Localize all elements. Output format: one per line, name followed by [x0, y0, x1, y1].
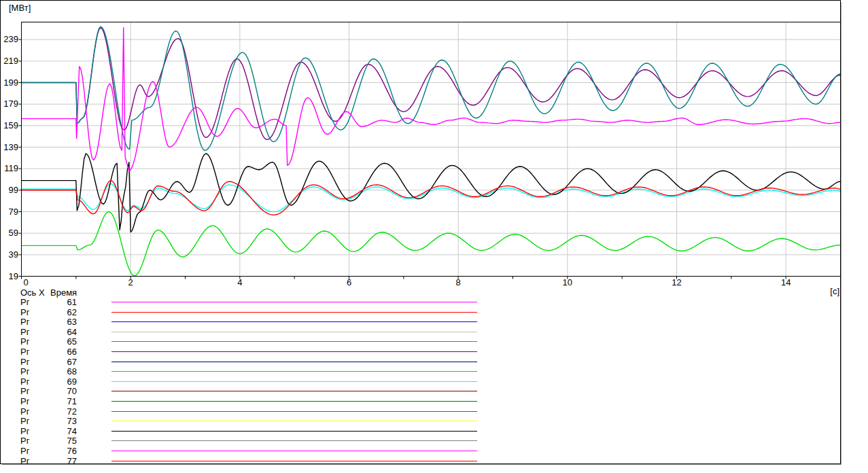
legend-series-name: Рг — [20, 367, 29, 376]
legend-series-number: 70 — [31, 387, 77, 396]
legend-color-line — [111, 451, 477, 451]
legend-color-line — [111, 341, 477, 342]
legend-series-name: Рг — [20, 446, 29, 456]
legend-row[interactable]: Рг65 — [1, 337, 840, 347]
legend-series-number: 65 — [31, 337, 77, 347]
x-tick-label: 8 — [448, 278, 468, 287]
y-tick-label: 99 — [1, 186, 18, 195]
legend-row[interactable]: Рг74 — [1, 427, 840, 437]
legend-color-line — [111, 461, 477, 461]
legend-color-line — [111, 421, 477, 421]
legend-row[interactable]: Рг67 — [1, 357, 840, 368]
y-tick-label: 219 — [1, 56, 18, 66]
x-tick-label: 12 — [667, 278, 687, 287]
legend-series-number: 71 — [31, 397, 77, 406]
legend-row[interactable]: Рг77 — [1, 457, 840, 467]
legend-color-line — [111, 401, 477, 402]
x-tick-label: 14 — [776, 278, 796, 287]
y-tick-label: 159 — [1, 121, 18, 130]
legend-series-number: 64 — [31, 328, 77, 337]
legend-series-number: 67 — [31, 357, 77, 367]
legend-color-line — [111, 440, 477, 441]
y-tick-label: 19 — [1, 272, 18, 281]
legend-series-name: Рг — [20, 387, 29, 396]
y-tick-label: 119 — [1, 164, 18, 173]
legend-series-name: Рг — [20, 397, 29, 406]
x-axis-unit-label: [c] — [812, 286, 839, 296]
legend-series-number: 74 — [31, 427, 77, 436]
plot-window: [МВт] 1939597999119139159179199219239 02… — [0, 0, 841, 464]
legend-color-line — [111, 431, 477, 432]
legend-color-line — [111, 302, 477, 302]
series-curve-Рг-76 — [22, 28, 841, 171]
legend-series-number: 62 — [31, 308, 77, 317]
legend-row[interactable]: Рг70 — [1, 387, 840, 397]
legend-color-line — [111, 351, 477, 352]
y-tick-label: 59 — [1, 228, 18, 238]
legend-series-number: 66 — [31, 347, 77, 357]
series-curve-Рг-77 — [22, 181, 841, 215]
legend-series-name: Рг — [20, 357, 29, 367]
legend-series-name: Рг — [20, 298, 29, 307]
legend-series-number: 73 — [31, 417, 77, 426]
y-tick-label: 179 — [1, 99, 18, 109]
legend-row[interactable]: Рг62 — [1, 308, 840, 318]
y-tick-label: 139 — [1, 143, 18, 152]
legend-series-number: 72 — [31, 407, 77, 417]
legend-row[interactable]: Рг71 — [1, 397, 840, 407]
x-axis-name-label: Ось X — [20, 288, 45, 298]
x-tick-label: 4 — [230, 278, 250, 287]
legend-series-name: Рг — [20, 308, 29, 317]
x-tick-label: 6 — [339, 278, 360, 287]
series-curve-Рг-68 — [22, 212, 841, 276]
x-tick-label: 0 — [24, 278, 44, 287]
legend-series-number: 69 — [31, 377, 77, 387]
legend-row[interactable]: Рг72 — [1, 407, 840, 417]
legend-series-name: Рг — [20, 457, 29, 466]
legend-row[interactable]: Рг73 — [1, 417, 840, 427]
y-tick-label: 39 — [1, 250, 18, 260]
legend-series-name: Рг — [20, 347, 29, 357]
legend-series-name: Рг — [20, 407, 29, 417]
legend-row[interactable]: Рг63 — [1, 317, 840, 328]
series-curve-Рг-66 — [22, 28, 841, 140]
legend-color-line — [111, 362, 477, 362]
x-tick-label: 10 — [557, 278, 578, 287]
legend-row[interactable]: Рг69 — [1, 377, 840, 387]
legend-series-number: 75 — [31, 436, 77, 446]
legend-color-line — [111, 332, 477, 332]
legend-row[interactable]: Рг61 — [1, 298, 840, 308]
legend-series-number: 77 — [31, 457, 77, 466]
legend-series-number: 63 — [31, 317, 77, 327]
legend-series-name: Рг — [20, 427, 29, 436]
legend-row[interactable]: Рг76 — [1, 446, 840, 457]
legend-series-name: Рг — [20, 436, 29, 446]
legend-color-line — [111, 381, 477, 382]
legend-row[interactable]: Рг66 — [1, 347, 840, 357]
series-curve-Рг-72 — [22, 27, 841, 150]
x-tick-label: 2 — [120, 278, 141, 287]
y-tick-label: 239 — [1, 35, 18, 44]
legend-row[interactable]: Рг68 — [1, 367, 840, 377]
legend-series-name: Рг — [20, 377, 29, 387]
series-curve-Рг-74 — [22, 154, 841, 232]
legend-series-name: Рг — [20, 328, 29, 337]
legend-color-line — [111, 411, 477, 412]
legend-color-line — [111, 312, 477, 313]
legend-color-line — [111, 391, 477, 391]
series-curve-Рг-69 — [22, 183, 841, 211]
legend-row[interactable]: Рг64 — [1, 328, 840, 338]
legend-series-number: 76 — [31, 446, 77, 456]
x-axis-name-value: Время — [50, 288, 77, 298]
legend-series-number: 68 — [31, 367, 77, 376]
legend-series-name: Рг — [20, 337, 29, 347]
legend-series-name: Рг — [20, 317, 29, 327]
y-tick-label: 79 — [1, 207, 18, 217]
legend-series-number: 61 — [31, 298, 77, 307]
legend-color-line — [111, 321, 477, 322]
y-tick-label: 199 — [1, 78, 18, 88]
legend-row[interactable]: Рг75 — [1, 436, 840, 446]
legend-series-name: Рг — [20, 417, 29, 426]
legend-color-line — [111, 371, 477, 372]
